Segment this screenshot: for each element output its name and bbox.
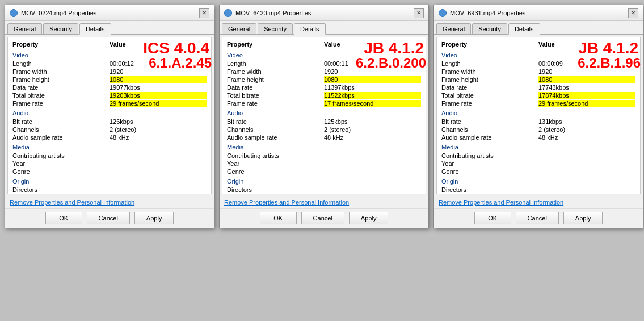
property-value xyxy=(324,186,421,193)
cancel-button[interactable]: Cancel xyxy=(516,212,559,224)
ok-button[interactable]: OK xyxy=(45,212,82,224)
remove-properties-link[interactable]: Remove Properties and Personal Informati… xyxy=(439,199,563,206)
section-audio: Audio xyxy=(439,107,638,118)
table-row: Frame rate29 frames/second xyxy=(439,99,638,107)
property-value: 1080 xyxy=(110,76,207,83)
property-name: Contributing artists xyxy=(227,152,324,159)
overlay-version-1: JB 4.1.2 xyxy=(364,40,424,56)
table-row: Total bitrate19203kbps xyxy=(10,91,209,99)
col-property: Property xyxy=(12,41,110,48)
remove-properties-link-area: Remove Properties and Personal Informati… xyxy=(5,197,214,208)
cancel-button[interactable]: Cancel xyxy=(301,212,344,224)
table-row: Directors xyxy=(225,186,423,194)
apply-button[interactable]: Apply xyxy=(134,212,174,224)
section-media: Media xyxy=(225,141,423,152)
tab-details[interactable]: Details xyxy=(294,23,326,35)
table-row: Bit rate125kbps xyxy=(225,118,423,126)
property-name: Channels xyxy=(441,126,538,133)
overlay-version-2: 6.2.B.1.96 xyxy=(578,56,641,70)
section-media: Media xyxy=(439,141,638,152)
property-name: Frame height xyxy=(441,76,538,83)
table-row: Audio sample rate48 kHz xyxy=(10,134,209,141)
col-property: Property xyxy=(227,41,324,48)
dialog-3: MOV_6931.mp4 Properties ✕ JB 4.1.26.2.B.… xyxy=(433,5,643,228)
property-value: 29 frames/second xyxy=(110,100,207,107)
ok-button[interactable]: OK xyxy=(260,212,297,224)
window-icon xyxy=(224,9,232,17)
property-name: Genre xyxy=(12,168,110,175)
close-button[interactable]: ✕ xyxy=(628,8,638,18)
tab-security[interactable]: Security xyxy=(472,23,507,34)
table-row: Directors xyxy=(439,186,638,194)
property-value xyxy=(324,152,421,159)
overlay-version-1: ICS 4.0.4 xyxy=(143,40,209,56)
property-name: Year xyxy=(227,160,324,167)
section-origin: Origin xyxy=(439,176,638,186)
property-value xyxy=(324,160,421,167)
col-property: Property xyxy=(441,41,538,48)
property-name: Bit rate xyxy=(441,118,538,125)
section-audio: Audio xyxy=(225,107,423,118)
property-name: Frame rate xyxy=(227,100,324,107)
tab-security[interactable]: Security xyxy=(43,23,78,34)
property-value: 29 frames/second xyxy=(538,100,635,107)
property-name: Frame width xyxy=(227,68,324,75)
property-value: 48 kHz xyxy=(324,134,421,141)
table-row: Frame height1080 xyxy=(225,76,423,84)
overlay-version-1: JB 4.1.2 xyxy=(578,40,638,56)
section-media: Media xyxy=(10,141,209,152)
apply-button[interactable]: Apply xyxy=(563,212,603,224)
table-row: Data rate17743kbps xyxy=(439,84,638,91)
overlay-version-2: 6.1.A.2.45 xyxy=(149,56,212,70)
property-name: Channels xyxy=(227,126,324,133)
remove-properties-link[interactable]: Remove Properties and Personal Informati… xyxy=(224,199,349,206)
property-value: 2 (stereo) xyxy=(110,126,207,133)
apply-button[interactable]: Apply xyxy=(349,212,389,224)
property-value: 125kbps xyxy=(324,118,421,125)
property-name: Data rate xyxy=(12,84,110,91)
tab-general[interactable]: General xyxy=(7,23,42,34)
dialog-2: MOV_6420.mp4 Properties ✕ JB 4.1.26.2.B.… xyxy=(219,5,429,228)
tab-details[interactable]: Details xyxy=(79,23,111,35)
tab-details[interactable]: Details xyxy=(508,23,540,35)
title-bar-left: MOV_6420.mp4 Properties xyxy=(224,9,311,17)
property-name: Total bitrate xyxy=(441,92,538,99)
window-icon xyxy=(10,9,18,17)
table-row: Audio sample rate48 kHz xyxy=(439,134,638,141)
property-name: Genre xyxy=(227,168,324,175)
tab-general[interactable]: General xyxy=(222,23,256,34)
remove-properties-link[interactable]: Remove Properties and Personal Informati… xyxy=(10,199,134,206)
ok-button[interactable]: OK xyxy=(474,212,511,224)
button-bar: OKCancelApply xyxy=(434,208,643,228)
property-value: 48 kHz xyxy=(110,134,207,141)
title-bar-left: MOV_6931.mp4 Properties xyxy=(439,9,525,17)
window-title: MOV_6931.mp4 Properties xyxy=(450,10,525,16)
property-name: Frame height xyxy=(227,76,324,83)
property-value: 19077kbps xyxy=(110,84,207,91)
table-row: Contributing artists xyxy=(10,152,209,160)
property-value: 17743kbps xyxy=(538,84,635,91)
property-name: Year xyxy=(441,160,538,167)
window-icon xyxy=(439,9,447,17)
property-value: 17 frames/second xyxy=(324,100,421,107)
title-bar-left: MOV_0224.mp4 Properties xyxy=(10,9,96,17)
table-row: Year xyxy=(439,160,638,168)
tab-general[interactable]: General xyxy=(436,23,471,34)
property-name: Frame rate xyxy=(12,100,110,107)
close-button[interactable]: ✕ xyxy=(414,8,424,18)
table-row: Genre xyxy=(225,168,423,176)
table-row: Data rate11397kbps xyxy=(225,84,423,91)
table-row: Channels2 (stereo) xyxy=(439,126,638,134)
table-row: Genre xyxy=(439,168,638,176)
property-value: 17874kbps xyxy=(538,92,635,99)
property-name: Length xyxy=(12,60,110,67)
tab-security[interactable]: Security xyxy=(258,23,293,34)
tab-bar: GeneralSecurityDetails xyxy=(5,21,214,35)
property-value: 2 (stereo) xyxy=(538,126,635,133)
cancel-button[interactable]: Cancel xyxy=(87,212,130,224)
property-name: Bit rate xyxy=(12,118,110,125)
window-title: MOV_6420.mp4 Properties xyxy=(235,10,311,16)
close-button[interactable]: ✕ xyxy=(199,8,209,18)
table-row: Frame rate29 frames/second xyxy=(10,99,209,107)
property-value: 11522kbps xyxy=(324,92,421,99)
